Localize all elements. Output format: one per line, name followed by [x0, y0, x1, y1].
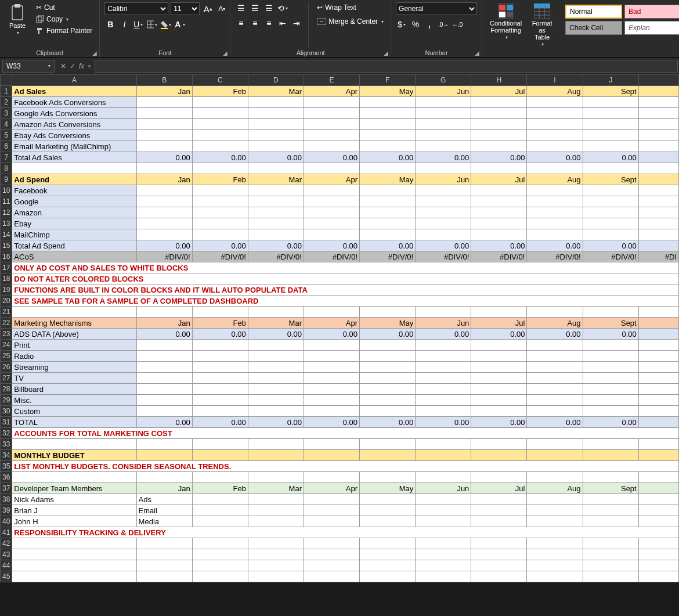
cell[interactable] — [638, 384, 678, 395]
cell[interactable] — [638, 307, 678, 318]
month-header-cell[interactable]: Feb — [192, 318, 248, 329]
cell[interactable] — [583, 351, 638, 362]
cell[interactable] — [416, 108, 471, 119]
align-middle-icon[interactable]: ☰ — [249, 2, 261, 14]
cell[interactable] — [471, 185, 527, 196]
cell[interactable] — [304, 119, 359, 130]
cell[interactable] — [360, 516, 416, 527]
cell[interactable]: 0.00 — [192, 240, 248, 251]
cell[interactable] — [638, 494, 678, 505]
column-header[interactable]: J — [583, 75, 638, 86]
row-header[interactable]: 11 — [1, 196, 12, 207]
paste-button[interactable]: Paste ▾ — [5, 2, 30, 37]
month-header-cell[interactable]: Feb — [192, 174, 248, 185]
month-header-cell[interactable]: Jan — [136, 174, 192, 185]
cell[interactable] — [416, 130, 471, 141]
cell[interactable]: 0.00 — [360, 152, 416, 163]
cell[interactable] — [304, 141, 359, 152]
dialog-launcher-icon[interactable]: ◢ — [384, 50, 388, 56]
row-label-cell[interactable]: Billboard — [12, 384, 136, 395]
cell[interactable] — [12, 560, 136, 571]
cell[interactable] — [638, 318, 678, 329]
column-header[interactable]: A — [12, 75, 136, 86]
cell[interactable] — [471, 307, 527, 318]
cell[interactable]: 0.00 — [360, 417, 416, 428]
decrease-decimal-icon[interactable]: ←.0 — [452, 19, 463, 30]
cell[interactable] — [416, 472, 471, 483]
cell[interactable] — [471, 362, 527, 373]
month-header-cell[interactable]: Mar — [248, 318, 304, 329]
cell[interactable] — [583, 185, 638, 196]
cell[interactable] — [360, 108, 416, 119]
cell[interactable] — [192, 229, 248, 240]
cell[interactable] — [136, 538, 192, 549]
cell[interactable] — [136, 196, 192, 207]
cell[interactable] — [248, 185, 304, 196]
month-header-cell[interactable]: Aug — [527, 86, 583, 97]
cell[interactable] — [471, 163, 527, 174]
cell[interactable] — [527, 307, 583, 318]
cell[interactable]: 0.00 — [192, 152, 248, 163]
cell[interactable]: 0.00 — [416, 240, 471, 251]
cell[interactable] — [192, 119, 248, 130]
cell[interactable] — [416, 439, 471, 450]
cell[interactable] — [638, 240, 678, 251]
cell[interactable] — [304, 395, 359, 406]
month-header-cell[interactable]: Feb — [192, 483, 248, 494]
month-header-cell[interactable]: Aug — [527, 318, 583, 329]
cell[interactable] — [192, 196, 248, 207]
cell[interactable] — [527, 218, 583, 229]
cell[interactable] — [527, 549, 583, 560]
month-header-cell[interactable]: Mar — [248, 483, 304, 494]
cell[interactable]: 0.00 — [304, 240, 359, 251]
cell[interactable] — [248, 141, 304, 152]
cell[interactable] — [471, 207, 527, 218]
cell[interactable] — [136, 97, 192, 108]
cell[interactable] — [416, 538, 471, 549]
month-header-cell[interactable]: Mar — [248, 174, 304, 185]
row-label-cell[interactable]: Total Ad Sales — [12, 152, 136, 163]
cell[interactable]: #DIV/0! — [136, 251, 192, 262]
cell[interactable] — [248, 362, 304, 373]
note-cell[interactable]: LIST MONTHLY BUDGETS. CONSIDER SEASONAL … — [12, 461, 679, 472]
cell[interactable] — [527, 340, 583, 351]
cell[interactable] — [638, 152, 678, 163]
cell[interactable] — [192, 185, 248, 196]
cell[interactable] — [136, 307, 192, 318]
row-label-cell[interactable]: Total Ad Spend — [12, 240, 136, 251]
cell[interactable] — [583, 395, 638, 406]
month-header-cell[interactable]: May — [360, 483, 416, 494]
cell[interactable] — [248, 395, 304, 406]
cell[interactable] — [583, 538, 638, 549]
row-label-cell[interactable]: Amazon — [12, 207, 136, 218]
row-header[interactable]: 35 — [1, 461, 12, 472]
cell[interactable] — [527, 395, 583, 406]
cell[interactable] — [527, 516, 583, 527]
cell[interactable] — [12, 549, 136, 560]
cell[interactable] — [527, 130, 583, 141]
cell[interactable] — [471, 229, 527, 240]
row-label-cell[interactable]: Google Ads Conversions — [12, 108, 136, 119]
cell[interactable] — [583, 450, 638, 461]
cell[interactable]: #DIV/0! — [360, 251, 416, 262]
cell[interactable] — [136, 108, 192, 119]
cell[interactable] — [360, 538, 416, 549]
cell[interactable] — [304, 373, 359, 384]
cell[interactable] — [416, 571, 471, 582]
cell[interactable] — [527, 439, 583, 450]
row-label-cell[interactable]: Email Marketing (MailChimp) — [12, 141, 136, 152]
cell[interactable] — [192, 141, 248, 152]
align-left-icon[interactable]: ≡ — [235, 17, 247, 29]
cell[interactable] — [12, 472, 136, 483]
cell[interactable] — [416, 406, 471, 417]
cell[interactable] — [360, 163, 416, 174]
dialog-launcher-icon[interactable]: ◢ — [92, 50, 97, 56]
cell[interactable] — [248, 450, 304, 461]
border-button[interactable]: ▾ — [146, 19, 158, 30]
cell[interactable] — [416, 373, 471, 384]
cell[interactable] — [471, 340, 527, 351]
cell[interactable] — [416, 340, 471, 351]
increase-font-icon[interactable]: A▴ — [202, 3, 214, 15]
cell[interactable] — [304, 362, 359, 373]
note-cell[interactable]: SEE SAMPLE TAB FOR A SAMPLE OF A COMPLET… — [12, 296, 679, 307]
